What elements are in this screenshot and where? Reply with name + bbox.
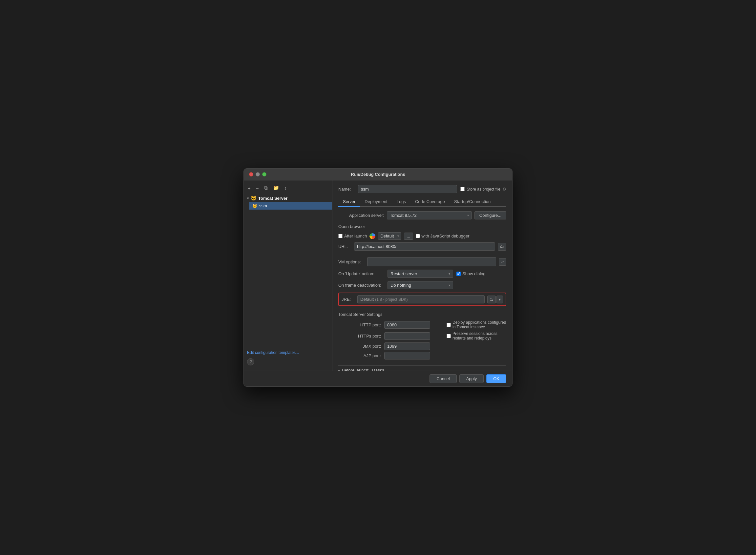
- minimize-button[interactable]: [256, 172, 260, 176]
- app-server-dropdown[interactable]: Tomcat 8.5.72 ▾: [387, 211, 472, 219]
- show-dialog-checkbox[interactable]: [456, 271, 461, 276]
- window-controls: [249, 172, 266, 176]
- js-debugger-checkbox[interactable]: [416, 234, 420, 238]
- after-launch-checkbox[interactable]: [338, 234, 343, 238]
- vm-options-row: VM options: ⤢: [338, 257, 506, 266]
- tree-child-label: ssm: [259, 203, 267, 208]
- chevron-down-icon: ▾: [467, 214, 469, 217]
- copy-config-button[interactable]: ⧉: [263, 184, 269, 191]
- vm-input[interactable]: [367, 257, 496, 266]
- before-launch-section[interactable]: ▸ Before launch: 3 tasks: [338, 366, 506, 371]
- tabs-bar: Server Deployment Logs Code Coverage Sta…: [338, 197, 506, 207]
- jmx-port-label: JMX port:: [342, 344, 381, 349]
- name-input[interactable]: [358, 185, 457, 193]
- url-row: URL: 🗂: [338, 243, 506, 251]
- tab-server[interactable]: Server: [338, 197, 360, 207]
- after-launch-label: After launch: [338, 233, 367, 239]
- help-button[interactable]: ?: [247, 358, 254, 366]
- tomcat-settings: Tomcat Server Settings HTTP port: Deploy…: [338, 311, 506, 359]
- chevron-down-icon: ▾: [449, 284, 450, 287]
- http-port-input[interactable]: [384, 321, 430, 329]
- chevron-down-icon: ▾: [397, 234, 399, 238]
- jre-folder-button[interactable]: 🗂: [487, 296, 496, 303]
- folder-config-button[interactable]: 📁: [272, 184, 281, 191]
- deploy-checkbox[interactable]: [447, 323, 451, 327]
- frame-deactivation-label: On frame deactivation:: [338, 283, 384, 288]
- show-dialog-text: Show dialog: [462, 271, 486, 276]
- frame-deactivation-value: Do nothing: [390, 283, 411, 288]
- jre-controls: 🗂 ▾: [487, 296, 503, 303]
- app-server-label: Application server:: [338, 213, 384, 218]
- tree-parent-label: Tomcat Server: [258, 196, 287, 201]
- maximize-button[interactable]: [262, 172, 266, 176]
- sort-config-button[interactable]: ↕: [283, 185, 288, 191]
- bottom-bar: Cancel Apply OK: [244, 371, 512, 386]
- vm-expand-button[interactable]: ⤢: [499, 258, 506, 266]
- main-content: Name: Store as project file ⚙ Server Dep…: [332, 180, 512, 371]
- cancel-button[interactable]: Cancel: [429, 374, 456, 383]
- chrome-icon: [370, 233, 375, 239]
- tomcat-icon: 🐱: [251, 196, 256, 201]
- jre-row: JRE: Default (1.8 - project SDK) 🗂 ▾: [338, 293, 506, 306]
- apply-button[interactable]: Apply: [459, 374, 484, 383]
- update-action-value: Restart server: [390, 271, 417, 276]
- tree-child-ssm[interactable]: 🐱 ssm: [249, 202, 332, 210]
- app-server-value: Tomcat 8.5.72: [390, 213, 417, 218]
- ajp-port-input[interactable]: [384, 352, 430, 359]
- app-server-row: Application server: Tomcat 8.5.72 ▾ Conf…: [338, 211, 506, 219]
- tab-deployment[interactable]: Deployment: [360, 197, 392, 207]
- update-action-row: On 'Update' action: Restart server ▾ Sho…: [338, 270, 506, 278]
- deploy-checkbox-label: Deploy applications configured in Tomcat…: [447, 320, 506, 329]
- jre-dropdown[interactable]: Default (1.8 - project SDK): [357, 295, 485, 303]
- tree-parent-tomcat[interactable]: ▾ 🐱 Tomcat Server: [244, 194, 332, 202]
- browser-row: After launch Default ▾ ... with JavaScri…: [338, 232, 506, 240]
- add-config-button[interactable]: +: [246, 185, 252, 191]
- dialog-title: Run/Debug Configurations: [351, 172, 405, 177]
- configure-button[interactable]: Configure...: [474, 211, 506, 219]
- ok-button[interactable]: OK: [486, 374, 506, 383]
- tab-startup[interactable]: Startup/Connection: [450, 197, 495, 207]
- update-action-dropdown[interactable]: Restart server ▾: [387, 270, 453, 278]
- jre-value: Default: [360, 297, 374, 302]
- store-project-row: Store as project file ⚙: [460, 187, 506, 191]
- chevron-down-icon: ▾: [449, 272, 450, 275]
- browser-dropdown[interactable]: Default ▾: [378, 232, 401, 240]
- preserve-checkbox[interactable]: [447, 334, 451, 338]
- remove-config-button[interactable]: −: [255, 185, 260, 191]
- before-launch-label: Before launch: 3 tasks: [342, 368, 384, 371]
- gear-icon[interactable]: ⚙: [502, 187, 506, 191]
- name-label: Name:: [338, 187, 355, 191]
- sidebar-toolbar: + − ⧉ 📁 ↕: [244, 183, 332, 194]
- port-grid: HTTP port: Deploy applications configure…: [342, 320, 506, 359]
- open-browser-section: Open browser After launch Default ▾ ... …: [338, 223, 506, 254]
- title-bar: Run/Debug Configurations: [244, 169, 512, 180]
- close-button[interactable]: [249, 172, 253, 176]
- update-action-label: On 'Update' action:: [338, 271, 384, 276]
- jre-label: JRE:: [342, 297, 355, 302]
- ajp-port-label: AJP port:: [342, 353, 381, 358]
- edit-templates-link[interactable]: Edit configuration templates...: [247, 350, 299, 355]
- sidebar: + − ⧉ 📁 ↕ ▾ 🐱 Tomcat Server 🐱 ssm Edit c…: [244, 180, 332, 371]
- http-port-label: HTTP port:: [342, 323, 381, 327]
- store-project-checkbox[interactable]: [460, 187, 465, 191]
- sidebar-footer: Edit configuration templates... ?: [244, 347, 332, 368]
- js-debugger-text: with JavaScript debugger: [422, 233, 469, 239]
- url-input[interactable]: [354, 243, 495, 251]
- jmx-port-input[interactable]: [384, 342, 430, 350]
- tab-code-coverage[interactable]: Code Coverage: [411, 197, 450, 207]
- deploy-label: Deploy applications configured in Tomcat…: [453, 320, 506, 329]
- name-row: Name: Store as project file ⚙: [338, 185, 506, 193]
- frame-deactivation-dropdown[interactable]: Do nothing ▾: [387, 281, 453, 289]
- browser-value: Default: [380, 233, 394, 239]
- https-port-label: HTTPs port:: [342, 334, 381, 339]
- jre-dropdown-button[interactable]: ▾: [497, 296, 503, 303]
- https-port-input[interactable]: [384, 332, 430, 340]
- dialog-body: + − ⧉ 📁 ↕ ▾ 🐱 Tomcat Server 🐱 ssm Edit c…: [244, 180, 512, 371]
- frame-deactivation-row: On frame deactivation: Do nothing ▾: [338, 281, 506, 289]
- url-folder-button[interactable]: 🗂: [498, 243, 506, 251]
- browser-more-button[interactable]: ...: [404, 232, 413, 240]
- preserve-checkbox-label: Preserve sessions across restarts and re…: [447, 331, 506, 340]
- tab-logs[interactable]: Logs: [392, 197, 411, 207]
- js-debugger-label: with JavaScript debugger: [416, 233, 469, 239]
- server-icon: 🐱: [252, 204, 257, 208]
